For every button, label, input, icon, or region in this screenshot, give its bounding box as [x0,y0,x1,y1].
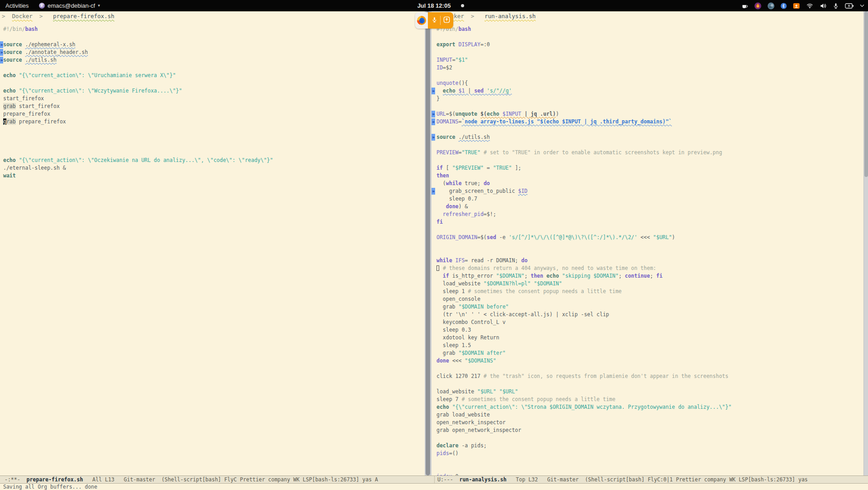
code-line[interactable] [3,141,425,149]
code-line[interactable]: wait [3,172,425,180]
breadcrumb[interactable]: > Docker > prepare-firefox.sh [0,11,425,21]
code-line[interactable]: export DISPLAY=:0 [436,41,863,49]
scrollbar-right-window[interactable] [863,11,868,475]
code-line[interactable]: INPUT="$1" [436,56,863,64]
code-line[interactable]: grab start_firefox [3,103,425,110]
code-line[interactable]: if is_http_error "$DOMAIN"; then echo "s… [436,272,863,280]
screen-share-icon[interactable] [793,2,800,10]
code-line[interactable]: } [436,95,863,103]
bluetooth-icon[interactable] [781,3,787,9]
capture-controls[interactable] [428,12,453,29]
code-line[interactable]: done <<< "$DOMAINS" [436,357,863,365]
bookmark-fringe-icon[interactable]: » [432,88,435,94]
code-line[interactable]: grab load_website [436,411,863,419]
code-line[interactable]: ./eternal-sleep.sh & [3,164,425,172]
screencast-icon[interactable] [443,16,450,25]
code-line[interactable] [3,64,425,72]
code-line[interactable]: prepare_firefox [3,110,425,118]
bookmark-fringe-icon[interactable]: » [432,134,435,141]
buffer-run-analysis[interactable]: #!/bin/bashexport DISPLAY=:0INPUT="$1"ID… [436,21,863,475]
code-line[interactable]: #!/bin/bash [436,25,863,33]
wifi-icon[interactable] [806,2,814,9]
code-line[interactable]: while IFS= read -r DOMAIN; do [436,257,863,265]
code-line[interactable]: fi [436,218,863,226]
code-line[interactable]: xdotool key Return [436,334,863,342]
minibuffer-echo-area[interactable]: Saving all Org buffers... done [0,484,868,490]
code-line[interactable]: echo "{\"current_action\": \"Uruchamiani… [3,72,425,79]
code-line[interactable] [436,72,863,79]
code-line[interactable] [3,133,425,141]
code-line[interactable] [3,126,425,133]
screencast-indicator-pill[interactable] [415,12,453,29]
code-line[interactable]: load_website "$URL" "$URL" [436,388,863,396]
code-line[interactable] [436,465,863,473]
microphone-icon[interactable] [432,16,437,25]
modeline-prepare-firefox[interactable]: -:**- prepare-firefox.sh All L13 Git-mas… [0,475,434,484]
code-line[interactable]: echo "{\"current_action\": \"Strona $ORI… [436,403,863,411]
code-line[interactable]: sleep 0.7 [436,195,863,203]
volume-icon[interactable] [820,2,827,10]
code-line[interactable] [436,434,863,442]
buffer-prepare-firefox[interactable]: #!/bin/bash»source ./ephemeral-x.sh»sour… [3,21,425,180]
code-line[interactable]: (tr '\n' ' ' < click-accept-all.js) | xc… [436,311,863,318]
code-line[interactable] [3,79,425,87]
code-line[interactable] [436,157,863,164]
code-line[interactable]: »source ./utils.sh [436,133,863,141]
code-line[interactable]: click 1270 217 # the "trash" icon, so re… [436,372,863,380]
code-line[interactable] [436,241,863,249]
microphone-icon[interactable] [833,2,839,10]
code-line[interactable]: grab prepare_firefox [3,118,425,126]
battery-icon[interactable] [845,3,854,9]
code-line[interactable]: ORIGIN_DOMAIN=$(sed -e 's/[^/]*\/\/\([^@… [436,234,863,241]
code-line[interactable] [3,149,425,157]
menu-chevron-icon[interactable] [860,4,864,7]
code-line[interactable] [436,33,863,41]
code-line[interactable]: echo "{\"current_action\": \"Oczekiwanie… [3,157,425,164]
code-line[interactable] [436,141,863,149]
code-line[interactable]: open_console [436,295,863,303]
code-line[interactable] [436,126,863,133]
firefox-nightly-icon[interactable] [754,2,761,10]
code-line[interactable]: PREVIEW="TRUE" # set to "TRUE" in order … [436,149,863,157]
scrollbar-thumb[interactable] [426,11,430,475]
code-line[interactable]: sleep 7 # sometimes the consent popup ne… [436,396,863,403]
code-line[interactable]: echo "{\"current_action\": \"Wczytywanie… [3,87,425,95]
code-line[interactable]: then [436,172,863,180]
code-line[interactable]: done) & [436,203,863,211]
code-line[interactable]: #!/bin/bash [3,25,425,33]
code-line[interactable]: start_firefox [3,95,425,103]
code-line[interactable]: »source ./utils.sh [3,56,425,64]
code-line[interactable]: open_network_inspector [436,419,863,426]
code-line[interactable]: sleep 1 # sometimes the consent popup ne… [436,288,863,295]
code-line[interactable] [436,226,863,234]
code-line[interactable]: pids=() [436,450,863,457]
code-line[interactable]: sleep 0.3 [436,326,863,334]
modeline-run-analysis[interactable]: U:--- run-analysis.sh Top L32 Git-master… [434,475,868,484]
code-line[interactable] [436,103,863,110]
bookmark-fringe-icon[interactable]: » [432,111,435,118]
code-line[interactable]: declare -a pids; [436,442,863,450]
clock-label[interactable]: Jul 18 12:05 [0,0,868,11]
code-line[interactable]: sleep 1.5 [436,342,863,349]
code-line[interactable]: »URL=$(unquote $(echo $INPUT | jq .url)) [436,110,863,118]
scrollbar-thumb[interactable] [864,11,868,177]
code-line[interactable] [436,365,863,372]
code-line[interactable]: keycombo Control_L v [436,318,863,326]
code-line[interactable]: » grab_screen_to_public $ID [436,187,863,195]
bookmark-fringe-icon[interactable]: » [0,41,3,48]
code-line[interactable]: (while true; do [436,180,863,187]
firefox-sharing-app[interactable] [415,12,428,29]
window-prepare-firefox[interactable]: > Docker > prepare-firefox.sh #!/bin/bas… [0,11,425,475]
code-line[interactable]: load_website "$DOMAIN?hl=pl" "$DOMAIN" [436,280,863,288]
code-line[interactable]: # these domains return a 404 anyways, no… [436,265,863,272]
scrollbar-left-window[interactable] [425,11,432,475]
code-line[interactable] [436,249,863,257]
window-run-analysis[interactable]: > Docker > run-analysis.sh #!/bin/bashex… [432,11,863,475]
code-line[interactable]: grab "$DOMAIN after" [436,349,863,357]
breadcrumb[interactable]: > Docker > run-analysis.sh [432,11,863,21]
caffeine-icon[interactable] [741,2,748,10]
bookmark-fringe-icon[interactable]: » [0,49,3,56]
code-line[interactable]: refresher_pid=$!; [436,211,863,218]
code-line[interactable]: ID=$2 [436,64,863,72]
bookmark-fringe-icon[interactable]: » [432,188,435,195]
